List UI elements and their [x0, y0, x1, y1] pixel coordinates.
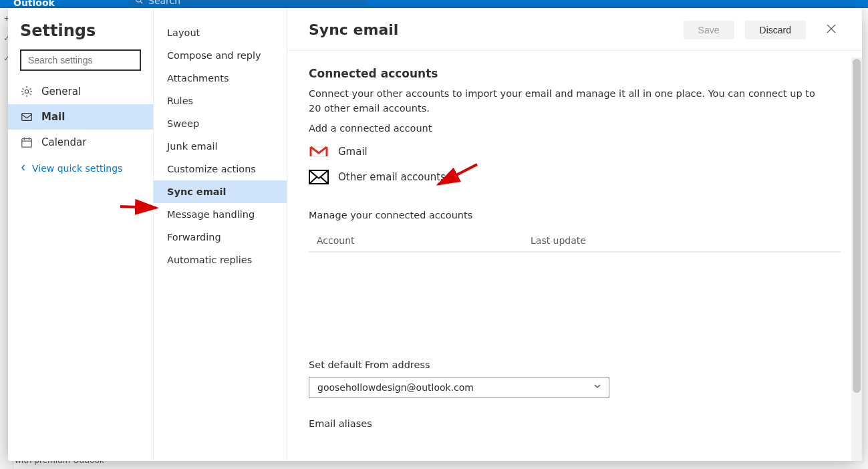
subnav-sweep[interactable]: Sweep — [154, 112, 287, 135]
mail-icon — [20, 111, 33, 123]
subnav-layout[interactable]: Layout — [154, 21, 287, 44]
svg-rect-3 — [22, 114, 31, 121]
svg-rect-4 — [22, 139, 31, 148]
manage-connected-heading: Manage your connected accounts — [309, 210, 841, 220]
category-general-label: General — [41, 86, 81, 98]
global-search[interactable]: Search — [128, 0, 367, 5]
category-general[interactable]: General — [8, 79, 153, 104]
subnav-rules[interactable]: Rules — [154, 90, 287, 112]
save-button[interactable]: Save — [684, 21, 734, 39]
category-mail-label: Mail — [41, 111, 65, 123]
svg-point-2 — [25, 90, 28, 93]
settings-subnav-pane: Layout Compose and reply Attachments Rul… — [154, 8, 287, 461]
add-gmail-label: Gmail — [338, 146, 368, 158]
subnav-attachments[interactable]: Attachments — [154, 67, 287, 90]
close-icon[interactable] — [822, 20, 841, 39]
gmail-icon — [309, 144, 329, 159]
brand-label: Outlook — [13, 0, 55, 8]
settings-title: Settings — [8, 8, 153, 49]
view-quick-settings-link[interactable]: View quick settings — [8, 155, 153, 182]
detail-header: Sync email Save Discard — [287, 8, 862, 51]
settings-category-pane: Settings General Mail Calendar — [8, 8, 154, 461]
search-settings-wrap[interactable] — [20, 49, 141, 71]
gear-icon — [20, 86, 33, 98]
default-from-value: goosehollowdesign@outlook.com — [317, 382, 474, 393]
default-from-label: Set default From address — [309, 359, 841, 370]
category-mail[interactable]: Mail — [8, 104, 153, 130]
settings-dialog: Settings General Mail Calendar — [8, 8, 862, 461]
detail-title: Sync email — [309, 21, 673, 38]
settings-detail-pane: Sync email Save Discard Connected accoun… — [287, 8, 862, 461]
add-connected-label: Add a connected account — [309, 123, 841, 134]
add-other-email-option[interactable]: Other email accounts — [309, 164, 841, 190]
subnav-customize-actions[interactable]: Customize actions — [154, 158, 287, 180]
view-quick-settings-label: View quick settings — [32, 163, 122, 174]
subnav-sync-email[interactable]: Sync email — [154, 180, 287, 203]
subnav-message-handling[interactable]: Message handling — [154, 203, 287, 226]
chevron-down-icon — [594, 383, 601, 392]
detail-body: Connected accounts Connect your other ac… — [287, 51, 862, 461]
calendar-icon — [20, 136, 33, 148]
search-icon — [135, 0, 143, 6]
col-last-update-header: Last update — [531, 235, 833, 246]
app-topbar: Outlook Search — [0, 0, 868, 8]
svg-line-1 — [140, 1, 142, 3]
category-calendar[interactable]: Calendar — [8, 130, 153, 155]
chevron-left-icon — [20, 164, 27, 173]
col-account-header: Account — [317, 235, 531, 246]
connected-accounts-heading: Connected accounts — [309, 67, 841, 80]
subnav-automatic-replies[interactable]: Automatic replies — [154, 249, 287, 271]
scrollbar-thumb[interactable] — [853, 59, 861, 393]
table-header-row: Account Last update — [309, 230, 841, 252]
default-from-select[interactable]: goosehollowdesign@outlook.com — [309, 377, 609, 398]
subnav-forwarding[interactable]: Forwarding — [154, 226, 287, 249]
subnav-junk-email[interactable]: Junk email — [154, 135, 287, 158]
connected-accounts-desc: Connect your other accounts to import yo… — [309, 87, 817, 116]
email-aliases-label: Email aliases — [309, 418, 841, 429]
global-search-placeholder: Search — [148, 0, 180, 6]
discard-button[interactable]: Discard — [745, 21, 806, 39]
connected-accounts-table: Account Last update — [309, 230, 841, 253]
add-other-email-label: Other email accounts — [338, 171, 446, 183]
search-settings-input[interactable] — [28, 55, 133, 65]
add-gmail-option[interactable]: Gmail — [309, 139, 841, 164]
category-calendar-label: Calendar — [41, 136, 86, 148]
subnav-compose-reply[interactable]: Compose and reply — [154, 44, 287, 67]
envelope-icon — [309, 170, 329, 184]
